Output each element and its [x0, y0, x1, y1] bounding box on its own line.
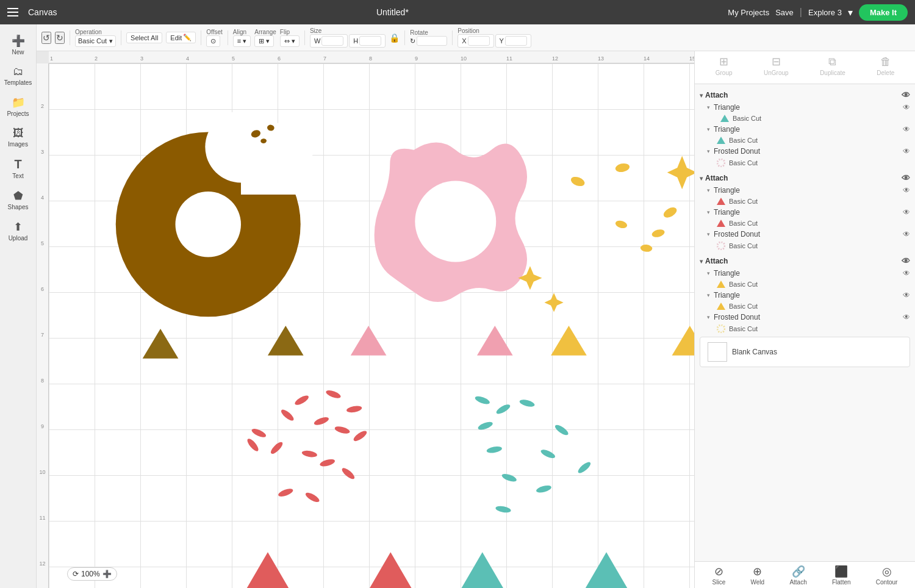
attach-chevron-2[interactable]: ▾	[700, 175, 703, 182]
layer-eye-donut-3[interactable]: 👁	[903, 313, 910, 321]
flip-btn[interactable]: ⇔ ▾	[280, 35, 300, 47]
layer-sub-tri-teal-1: Basic Cut	[695, 113, 915, 123]
save-btn[interactable]: Save	[775, 8, 794, 17]
attach-btn[interactable]: 🔗 Attach	[789, 565, 806, 586]
svg-point-28	[269, 440, 284, 456]
group-btn[interactable]: ⊞ Group	[711, 52, 737, 79]
tri-red-small-icon	[717, 198, 725, 205]
red-triangles-bottom[interactable]	[247, 552, 289, 588]
brown-triangles[interactable]	[143, 326, 304, 359]
attach-eye-2[interactable]: 👁	[902, 173, 910, 183]
yellow-triangles-row1[interactable]	[551, 326, 694, 356]
zoom-out-btn[interactable]: ⟳	[73, 570, 79, 578]
delete-btn[interactable]: 🗑 Delete	[872, 53, 899, 79]
flatten-btn[interactable]: ⬛ Flatten	[832, 565, 851, 586]
size-w-input[interactable]	[321, 36, 343, 46]
brown-donut[interactable]	[116, 111, 313, 317]
size-h-btn[interactable]: H	[349, 34, 386, 48]
size-h-input[interactable]	[359, 36, 381, 46]
my-projects-btn[interactable]: My Projects	[728, 8, 769, 17]
red-sprinkles[interactable]	[246, 389, 368, 504]
svg-point-30	[278, 487, 294, 498]
svg-point-22	[346, 405, 362, 414]
layer-eye-tri-red-2[interactable]: 👁	[903, 208, 910, 217]
duplicate-btn[interactable]: ⧉ Duplicate	[815, 53, 850, 79]
pink-triangles[interactable]	[351, 326, 513, 356]
sidebar-item-projects[interactable]: 📁 Projects	[1, 91, 35, 122]
layer-eye-donut-2[interactable]: 👁	[903, 230, 910, 238]
layer-sub-donut-3: Basic Cut	[695, 323, 915, 334]
teal-sprinkles[interactable]	[474, 395, 592, 514]
hamburger-menu[interactable]	[7, 8, 18, 16]
make-it-btn[interactable]: Make It	[859, 4, 908, 21]
zoom-in-btn[interactable]: ➕	[102, 570, 112, 578]
select-all-btn[interactable]: Select All	[126, 32, 162, 43]
teal-triangle-bottom2[interactable]	[586, 552, 627, 588]
attach-chevron-1[interactable]: ▾	[700, 92, 703, 99]
layer-item-frosted-donut-1[interactable]: ▾ Frosted Donut 👁	[695, 145, 915, 157]
sparkles[interactable]	[518, 156, 694, 312]
layer-item-tri-red-1[interactable]: ▾ Triangle 👁	[695, 184, 915, 196]
layer-eye-tri-teal-2[interactable]: 👁	[903, 125, 910, 134]
redo-btn[interactable]: ↻	[55, 32, 65, 44]
layer-item-tri-red-2[interactable]: ▾ Triangle 👁	[695, 206, 915, 218]
canvas-content[interactable]: ⟳ 100% ➕	[49, 63, 694, 588]
weld-btn[interactable]: ⊕ Weld	[751, 565, 765, 586]
canvas-area[interactable]: 1 2 3 4 5 6 7 8 9 10 11 12 13 14 15 2 3 …	[37, 51, 694, 588]
operation-select[interactable]: Basic Cut ▾	[75, 35, 116, 47]
pos-y-btn[interactable]: Y	[495, 34, 531, 48]
layer-sub-tri-yellow-2: Basic Cut	[695, 301, 915, 311]
sidebar-item-upload[interactable]: ⬆ Upload	[1, 215, 35, 246]
sidebar-item-new[interactable]: ➕ New	[1, 29, 35, 60]
layer-item-frosted-donut-2[interactable]: ▾ Frosted Donut 👁	[695, 228, 915, 240]
lock-icon[interactable]: 🔒	[389, 33, 400, 43]
layer-eye-tri-yellow-1[interactable]: 👁	[903, 269, 910, 278]
zoom-control[interactable]: ⟳ 100% ➕	[67, 567, 117, 581]
align-btn[interactable]: ≡ ▾	[233, 35, 251, 47]
layer-item-tri-teal-2[interactable]: ▾ Triangle 👁	[695, 123, 915, 135]
layer-item-tri-yellow-2[interactable]: ▾ Triangle 👁	[695, 289, 915, 301]
explore-btn[interactable]: Explore 3	[808, 8, 842, 17]
flatten-icon: ⬛	[834, 565, 848, 578]
layer-item-frosted-donut-3[interactable]: ▾ Frosted Donut 👁	[695, 311, 915, 323]
pink-triangle-bottom[interactable]	[370, 552, 411, 588]
rotate-input[interactable]	[417, 36, 447, 46]
slice-btn[interactable]: ⊘ Slice	[712, 565, 726, 586]
layer-sub-tri-red-1: Basic Cut	[695, 196, 915, 206]
tri-red-small-icon-2	[717, 220, 725, 227]
toolbar-sep-6	[404, 30, 405, 45]
attach-eye-3[interactable]: 👁	[902, 256, 910, 266]
pink-donut[interactable]	[375, 142, 527, 301]
sidebar-item-text[interactable]: T Text	[1, 152, 35, 184]
size-w-btn[interactable]: W	[310, 34, 348, 48]
undo-btn[interactable]: ↺	[41, 32, 51, 44]
svg-point-33	[319, 458, 336, 468]
sidebar-item-shapes[interactable]: ⬟ Shapes	[1, 184, 35, 215]
teal-triangle-bottom1[interactable]	[462, 552, 503, 588]
edit-btn[interactable]: Edit ✏️	[166, 32, 196, 43]
layer-item-tri-yellow-1[interactable]: ▾ Triangle 👁	[695, 267, 915, 279]
svg-point-35	[474, 395, 490, 406]
ungroup-btn[interactable]: ⊟ UnGroup	[759, 52, 794, 79]
svg-point-52	[717, 159, 725, 167]
pos-x-btn[interactable]: X	[458, 34, 493, 48]
offset-btn[interactable]: ⊙	[206, 35, 220, 47]
layer-eye-tri-yellow-2[interactable]: 👁	[903, 291, 910, 299]
layer-sub-tri-red-2: Basic Cut	[695, 218, 915, 228]
layer-eye-tri-red-1[interactable]: 👁	[903, 186, 910, 195]
arrange-btn[interactable]: ⊞ ▾	[254, 35, 274, 47]
pos-x-input[interactable]	[468, 36, 490, 46]
layer-group-1: ▾ Attach 👁 ▾ Triangle 👁 Basic Cut ▾ Tria…	[695, 87, 915, 168]
blank-canvas[interactable]: Blank Canvas	[700, 337, 910, 367]
sidebar-item-images[interactable]: 🖼 Images	[1, 122, 35, 152]
layer-eye-donut-1[interactable]: 👁	[903, 147, 910, 156]
layer-item-tri-teal-1[interactable]: ▾ Triangle 👁	[695, 101, 915, 113]
attach-chevron-3[interactable]: ▾	[700, 258, 703, 265]
contour-btn[interactable]: ◎ Contour	[876, 565, 898, 586]
svg-marker-47	[370, 552, 411, 588]
attach-eye-1[interactable]: 👁	[902, 90, 910, 100]
layer-eye-tri-teal-1[interactable]: 👁	[903, 103, 910, 112]
tri-teal-small-icon	[720, 115, 729, 122]
pos-y-input[interactable]	[505, 36, 527, 46]
sidebar-item-templates[interactable]: 🗂 Templates	[1, 60, 35, 91]
